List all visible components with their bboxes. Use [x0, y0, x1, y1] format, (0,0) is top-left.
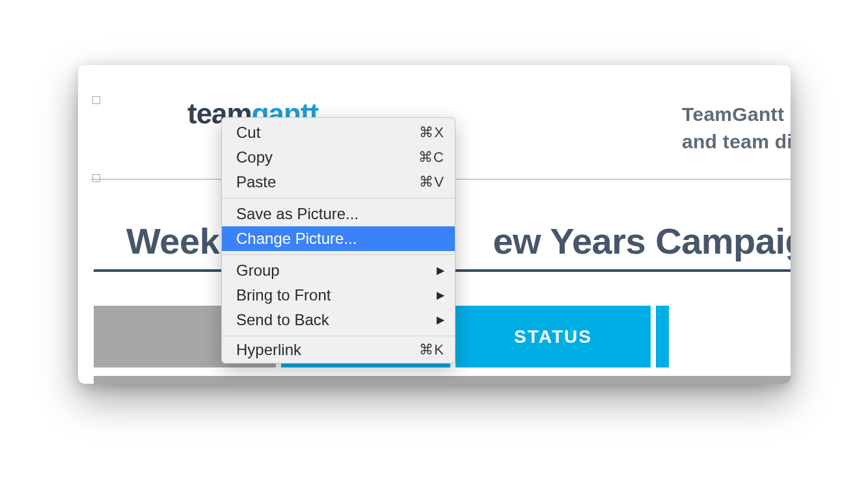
menu-item-shortcut: ⌘X: [419, 120, 444, 145]
menu-separator: [222, 336, 455, 336]
menu-item-shortcut: ⌘C: [418, 145, 444, 170]
context-menu[interactable]: Cut ⌘X Copy ⌘C Paste ⌘V Save as Picture.…: [221, 117, 455, 364]
menu-item-label: Send to Back: [236, 308, 329, 332]
menu-item-save-as-picture[interactable]: Save as Picture...: [222, 202, 455, 226]
menu-item-shortcut: ⌘V: [419, 170, 444, 194]
menu-separator: [222, 198, 455, 198]
menu-item-cut[interactable]: Cut ⌘X: [222, 120, 455, 145]
header-right-line1: TeamGantt: [682, 101, 791, 128]
chevron-right-icon: ▶: [437, 258, 444, 283]
table-header-cell: [656, 306, 669, 367]
page-title-left: Week: [126, 220, 219, 261]
menu-item-group[interactable]: Group ▶: [222, 258, 455, 283]
menu-item-label: Paste: [236, 170, 276, 194]
menu-item-send-to-back[interactable]: Send to Back ▶: [222, 308, 455, 332]
menu-item-label: Copy: [236, 145, 273, 170]
menu-item-label: Cut: [236, 120, 260, 145]
menu-item-label: Change Picture...: [236, 226, 357, 251]
header-right-text: TeamGantt and team di: [682, 101, 791, 155]
menu-item-copy[interactable]: Copy ⌘C: [222, 145, 455, 170]
menu-item-bring-to-front[interactable]: Bring to Front ▶: [222, 283, 455, 308]
table-header-label: STATUS: [514, 326, 592, 347]
table-row: [94, 376, 791, 384]
app-window: teamgantt TeamGantt and team di Week ew …: [78, 65, 791, 384]
menu-item-shortcut: ⌘K: [419, 340, 444, 360]
menu-item-label: Group: [236, 258, 280, 283]
menu-item-hyperlink[interactable]: Hyperlink ⌘K: [222, 340, 455, 360]
chevron-right-icon: ▶: [437, 308, 444, 332]
table-header-cell-status: STATUS: [455, 306, 651, 367]
selection-handle-icon[interactable]: [92, 174, 100, 182]
logo-mark-icon: [143, 108, 181, 120]
menu-item-change-picture[interactable]: Change Picture...: [222, 226, 455, 251]
chevron-right-icon: ▶: [437, 283, 444, 308]
selection-handle-icon[interactable]: [92, 96, 100, 104]
header-right-line2: and team di: [682, 128, 791, 155]
menu-separator: [222, 254, 455, 255]
menu-item-label: Bring to Front: [236, 283, 331, 308]
menu-item-label: Hyperlink: [236, 340, 301, 360]
menu-item-label: Save as Picture...: [236, 202, 359, 226]
page-title-right: ew Years Campaign: [493, 220, 791, 261]
menu-item-paste[interactable]: Paste ⌘V: [222, 170, 455, 194]
